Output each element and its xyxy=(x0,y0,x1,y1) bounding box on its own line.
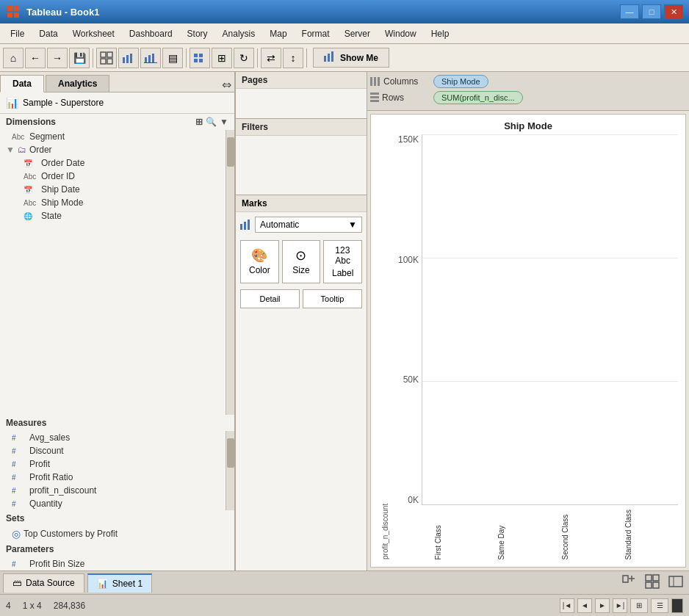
window-controls[interactable]: — □ ✕ xyxy=(620,4,683,19)
menu-data[interactable]: Data xyxy=(32,26,65,42)
swap-button[interactable]: ⇄ xyxy=(261,48,281,68)
chart-button[interactable] xyxy=(118,48,139,68)
svg-rect-15 xyxy=(194,54,198,57)
svg-rect-6 xyxy=(101,59,106,64)
list-item[interactable]: # Avg_sales xyxy=(0,431,226,444)
dimensions-scrollbar[interactable] xyxy=(226,130,234,415)
show-me-button[interactable]: Show Me xyxy=(313,48,389,68)
chart2-button[interactable] xyxy=(140,48,161,68)
menu-worksheet[interactable]: Worksheet xyxy=(65,26,122,42)
menu-format[interactable]: Format xyxy=(295,26,337,42)
list-item[interactable]: # Profit Ratio xyxy=(0,471,226,484)
list-item[interactable]: Abc Ship Mode xyxy=(0,196,226,209)
field-label: Discount xyxy=(29,446,64,456)
maximize-button[interactable]: □ xyxy=(642,4,661,19)
tab-data[interactable]: Data xyxy=(0,75,44,93)
nav-prev-button[interactable]: ◄ xyxy=(577,598,592,613)
nav-first-button[interactable]: |◄ xyxy=(560,598,574,613)
svg-rect-2 xyxy=(7,12,12,18)
columns-pill[interactable]: Ship Mode xyxy=(433,75,488,88)
list-item[interactable]: ▼ 🗂 Order xyxy=(0,143,226,156)
x-axis: First Class Same Day Second Class Standa… xyxy=(392,505,678,559)
field-label: Profit Ratio xyxy=(29,472,73,482)
options-icon[interactable]: ▼ xyxy=(220,117,228,127)
marks-type-area: Automatic ▼ xyxy=(236,212,367,237)
field-label: Segment xyxy=(29,131,65,142)
list-item[interactable]: 🌐 State xyxy=(0,209,226,222)
list-item[interactable]: Abc Order ID xyxy=(0,170,226,183)
rows-text: Rows xyxy=(382,93,404,103)
x-label-same-day: Same Day xyxy=(497,507,541,559)
x-label-second-class: Second Class xyxy=(561,507,605,559)
calendar-icon: 📅 xyxy=(24,159,38,167)
nav-next-button[interactable]: ► xyxy=(595,598,610,613)
menu-window[interactable]: Window xyxy=(378,26,424,42)
scroll-thumb[interactable] xyxy=(227,137,234,167)
field-label: Ship Mode xyxy=(41,198,83,208)
group-button[interactable] xyxy=(190,48,210,68)
menu-story[interactable]: Story xyxy=(180,26,215,42)
field-label: Order ID xyxy=(41,171,75,181)
refresh-button[interactable]: ↻ xyxy=(234,48,254,68)
nav-last-button[interactable]: ►| xyxy=(613,598,627,613)
search-icon[interactable]: 🔍 xyxy=(206,117,217,127)
grid-view-button[interactable]: ⊞ xyxy=(630,598,648,613)
abc-icon: Abc xyxy=(24,199,38,207)
data-source-selector[interactable]: 📊 Sample - Superstore xyxy=(0,93,234,114)
save-button[interactable]: 💾 xyxy=(69,48,90,68)
svg-rect-0 xyxy=(7,6,12,11)
list-item[interactable]: ◎ Top Customers by Profit xyxy=(0,526,234,541)
new-sheet-icon[interactable] xyxy=(618,574,639,591)
list-item[interactable]: # Profit Bin Size xyxy=(0,557,234,570)
list-item[interactable]: # Profit xyxy=(0,457,226,471)
status-bar: 4 1 x 4 284,836 |◄ ◄ ► ►| ⊞ ☰ xyxy=(0,594,689,616)
menu-map[interactable]: Map xyxy=(262,26,294,42)
fit-button[interactable]: ⊞ xyxy=(212,48,232,68)
detail-button[interactable]: Detail xyxy=(240,289,300,308)
columns-icon xyxy=(370,77,380,86)
menu-file[interactable]: File xyxy=(3,26,32,42)
tab-analytics[interactable]: Analytics xyxy=(46,75,109,92)
list-item[interactable]: # Quantity xyxy=(0,497,226,510)
filters-section: Filters xyxy=(236,119,367,195)
title-bar: Tableau - Book1 — □ ✕ xyxy=(0,0,689,23)
menu-server[interactable]: Server xyxy=(337,26,378,42)
list-item[interactable]: 📅 Order Date xyxy=(0,156,226,170)
panel-switcher[interactable]: ⇔ xyxy=(219,78,234,92)
split-button[interactable]: ▤ xyxy=(162,48,183,68)
tab-data-source[interactable]: 🗃 Data Source xyxy=(3,573,84,593)
new-dashboard-icon[interactable] xyxy=(642,574,663,591)
size-mark-button[interactable]: ⊙ Size xyxy=(282,240,321,283)
parameter-icon: # xyxy=(12,560,26,568)
forward-button[interactable]: → xyxy=(47,48,68,68)
color-mark-button[interactable]: 🎨 Color xyxy=(240,240,279,283)
label-mark-button[interactable]: 123Abc Label xyxy=(323,240,362,283)
list-item[interactable]: Abc Segment xyxy=(0,130,226,143)
close-button[interactable]: ✕ xyxy=(664,4,683,19)
home-button[interactable]: ⌂ xyxy=(3,48,24,68)
minimize-button[interactable]: — xyxy=(620,4,639,19)
menu-dashboard[interactable]: Dashboard xyxy=(122,26,180,42)
list-view-button[interactable]: ☰ xyxy=(651,598,668,613)
list-item[interactable]: # Discount xyxy=(0,444,226,457)
svg-rect-9 xyxy=(126,55,129,63)
list-item[interactable]: # profit_n_discount xyxy=(0,484,226,497)
scroll-thumb-measures[interactable] xyxy=(227,438,234,468)
marks-type-dropdown[interactable]: Automatic ▼ xyxy=(255,217,362,233)
tab-sheet1[interactable]: 📊 Sheet 1 xyxy=(87,573,152,593)
svg-rect-27 xyxy=(378,77,380,86)
dimensions-controls[interactable]: ⊞ 🔍 ▼ xyxy=(195,117,228,127)
connect-button[interactable] xyxy=(96,48,117,68)
screen-button[interactable] xyxy=(671,598,683,613)
plot-area xyxy=(422,134,678,505)
list-item[interactable]: 📅 Ship Date xyxy=(0,183,226,196)
new-story-icon[interactable] xyxy=(665,574,686,591)
menu-help[interactable]: Help xyxy=(424,26,457,42)
back-button[interactable]: ← xyxy=(25,48,46,68)
rows-pill[interactable]: SUM(profit_n_disc... xyxy=(433,91,523,104)
sort-button[interactable]: ↕ xyxy=(283,48,303,68)
tooltip-button[interactable]: Tooltip xyxy=(303,289,362,308)
grid-view-icon[interactable]: ⊞ xyxy=(195,117,203,127)
measures-scrollbar[interactable] xyxy=(226,431,234,510)
menu-analysis[interactable]: Analysis xyxy=(215,26,263,42)
